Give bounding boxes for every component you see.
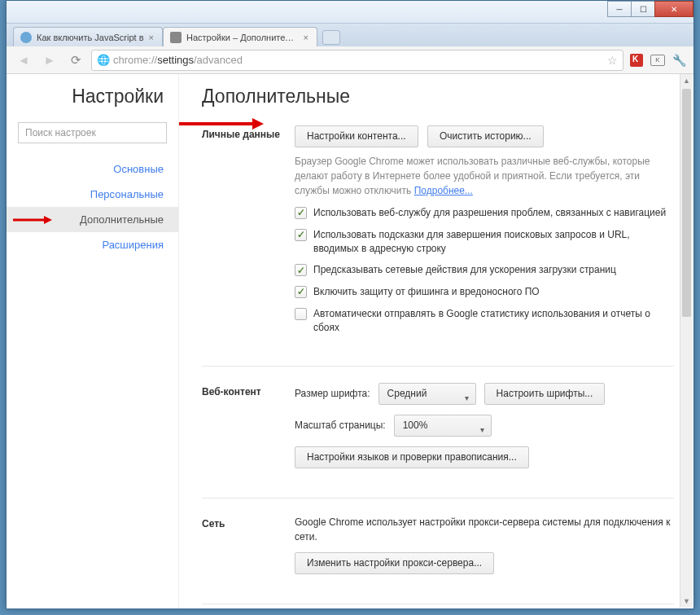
tab-close-icon[interactable]: × — [304, 33, 308, 42]
clear-history-button[interactable]: Очистить историю... — [427, 125, 544, 147]
new-tab-button[interactable] — [322, 30, 340, 45]
window-titlebar: ─ ☐ ✕ — [7, 1, 693, 24]
browser-toolbar: ◄ ► ⟳ 🌐 chrome://settings/advanced ☆ K 🔧 — [7, 46, 693, 74]
sidebar-item-extensions[interactable]: Расширения — [7, 232, 178, 257]
back-button[interactable]: ◄ — [13, 50, 34, 71]
section-network: Сеть Google Chrome использует настройки … — [202, 515, 674, 581]
section-label: Сеть — [202, 515, 280, 581]
scroll-thumb[interactable] — [682, 89, 691, 317]
sidebar-item-advanced[interactable]: Дополнительные — [7, 207, 178, 232]
font-size-label: Размер шрифта: — [295, 388, 370, 399]
privacy-check-0: ✓ Использовать веб-службу для разрешения… — [295, 206, 674, 220]
scroll-up-icon[interactable]: ▲ — [680, 74, 693, 87]
configure-fonts-button[interactable]: Настроить шрифты... — [484, 383, 606, 405]
sidebar-item-basic[interactable]: Основные — [7, 156, 178, 182]
address-bar[interactable]: 🌐 chrome://settings/advanced ☆ — [91, 50, 623, 71]
kaspersky-icon[interactable] — [628, 52, 645, 68]
section-label: Личные данные — [202, 125, 280, 343]
reload-button[interactable]: ⟳ — [65, 50, 86, 71]
scroll-down-icon[interactable]: ▼ — [680, 595, 693, 608]
learn-more-link[interactable]: Подробнее... — [414, 185, 473, 196]
settings-page: Настройки Поиск настроек Основные Персон… — [7, 74, 693, 608]
page-title: Дополнительные — [202, 86, 674, 108]
separator — [202, 366, 674, 367]
page-zoom-label: Масштаб страницы: — [295, 420, 386, 431]
maximize-button[interactable]: ☐ — [631, 1, 655, 17]
page-zoom-select[interactable]: 100% — [394, 415, 492, 437]
privacy-check-4: Автоматически отправлять в Google статис… — [295, 307, 674, 335]
wrench-menu-icon[interactable]: 🔧 — [671, 52, 687, 68]
globe-icon: 🌐 — [97, 54, 110, 66]
checkbox[interactable] — [295, 308, 307, 320]
languages-spellcheck-button[interactable]: Настройки языков и проверки правописания… — [295, 446, 529, 468]
separator — [202, 498, 674, 499]
bookmark-star-icon[interactable]: ☆ — [607, 54, 618, 67]
red-arrow-icon — [13, 215, 52, 225]
font-size-select[interactable]: Средний — [378, 383, 476, 405]
close-button[interactable]: ✕ — [654, 1, 693, 17]
red-arrow-icon — [179, 117, 264, 130]
sidebar-item-personal[interactable]: Персональные — [7, 182, 178, 207]
checkbox[interactable]: ✓ — [295, 264, 307, 276]
minimize-button[interactable]: ─ — [607, 1, 632, 17]
section-web-content: Веб-контент Размер шрифта: Средний Настр… — [202, 383, 674, 475]
tab-title: Как включить JavaScript в — [37, 33, 144, 42]
privacy-check-3: ✓ Включить защиту от фишинга и вредоносн… — [295, 285, 674, 299]
checkbox[interactable]: ✓ — [295, 286, 307, 298]
privacy-description: Браузер Google Chrome может использовать… — [295, 154, 674, 198]
sidebar-title: Настройки — [7, 86, 178, 108]
privacy-check-1: ✓ Использовать подсказки для завершения … — [295, 228, 674, 256]
browser-tab-1[interactable]: Настройки – Дополнительн × — [163, 27, 317, 46]
search-settings-input[interactable]: Поиск настроек — [18, 122, 167, 143]
tab-title: Настройки – Дополнительн — [186, 33, 299, 42]
settings-sidebar: Настройки Поиск настроек Основные Персон… — [7, 74, 179, 608]
content-settings-button[interactable]: Настройки контента... — [295, 125, 418, 147]
browser-window: ─ ☐ ✕ Как включить JavaScript в × Настро… — [6, 0, 694, 609]
browser-tab-0[interactable]: Как включить JavaScript в × — [13, 27, 163, 46]
privacy-check-2: ✓ Предсказывать сетевые действия для уск… — [295, 263, 674, 277]
settings-favicon-icon — [170, 32, 182, 43]
checkbox[interactable]: ✓ — [295, 207, 307, 219]
vertical-scrollbar[interactable]: ▲ ▼ — [680, 74, 693, 608]
separator — [202, 604, 674, 604]
url-text: chrome://settings/advanced — [113, 54, 243, 66]
proxy-settings-button[interactable]: Изменить настройки прокси-сервера... — [295, 552, 494, 574]
tab-strip: Как включить JavaScript в × Настройки – … — [7, 24, 693, 46]
svg-marker-3 — [252, 118, 264, 130]
checkbox[interactable]: ✓ — [295, 229, 307, 241]
svg-marker-1 — [44, 216, 52, 224]
settings-main: Дополнительные Личные данные Настройки к… — [179, 74, 693, 608]
keyboard-icon[interactable]: K — [650, 52, 666, 68]
network-description: Google Chrome использует настройки прокс… — [295, 515, 674, 544]
section-label: Веб-контент — [202, 383, 280, 475]
section-privacy: Личные данные Настройки контента... Очис… — [202, 125, 674, 343]
forward-button[interactable]: ► — [39, 50, 60, 71]
tab-close-icon[interactable]: × — [149, 33, 154, 42]
favicon-icon — [20, 32, 32, 43]
